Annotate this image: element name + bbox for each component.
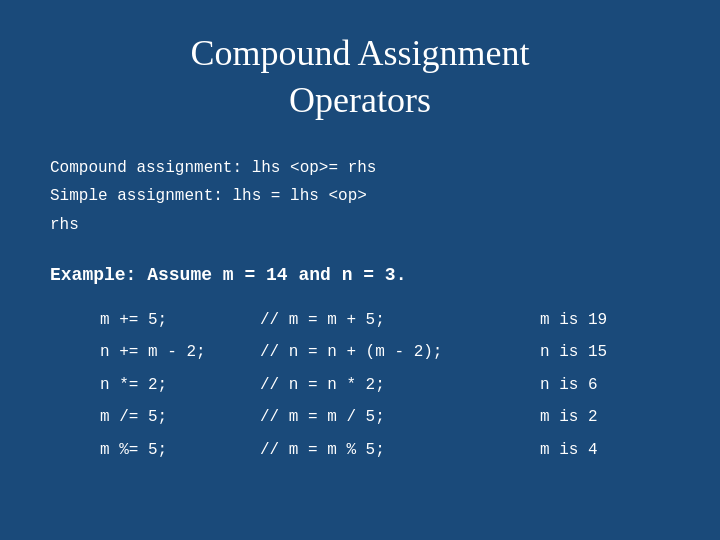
- rhs-line: rhs: [50, 211, 670, 240]
- title-line1: Compound Assignment: [190, 33, 529, 73]
- code-row-1-comment: // m = m + 5;: [260, 305, 540, 335]
- slide-title: Compound Assignment Operators: [50, 30, 670, 124]
- code-row-1-result: m is 19: [540, 305, 720, 335]
- code-row-3-result: n is 6: [540, 370, 720, 400]
- code-row-5-result: m is 4: [540, 435, 720, 465]
- code-row-3-code: n *= 2;: [100, 370, 260, 400]
- code-examples: m += 5; // m = m + 5; m is 19 n += m - 2…: [100, 305, 670, 465]
- code-row-4-comment: // m = m / 5;: [260, 402, 540, 432]
- slide: Compound Assignment Operators Compound a…: [0, 0, 720, 540]
- example-header: Example: Assume m = 14 and n = 3.: [50, 265, 670, 285]
- simple-def: Simple assignment: lhs = lhs <op>: [50, 182, 670, 211]
- code-row-4-code: m /= 5;: [100, 402, 260, 432]
- code-row-4-result: m is 2: [540, 402, 720, 432]
- code-row-5-comment: // m = m % 5;: [260, 435, 540, 465]
- code-row-2-result: n is 15: [540, 337, 720, 367]
- code-row-5-code: m %= 5;: [100, 435, 260, 465]
- definitions-block: Compound assignment: lhs <op>= rhs Simpl…: [50, 154, 670, 240]
- code-row-3-comment: // n = n * 2;: [260, 370, 540, 400]
- code-row-2-comment: // n = n + (m - 2);: [260, 337, 540, 367]
- compound-def: Compound assignment: lhs <op>= rhs: [50, 154, 670, 183]
- title-line2: Operators: [289, 80, 431, 120]
- code-row-1-code: m += 5;: [100, 305, 260, 335]
- code-row-2-code: n += m - 2;: [100, 337, 260, 367]
